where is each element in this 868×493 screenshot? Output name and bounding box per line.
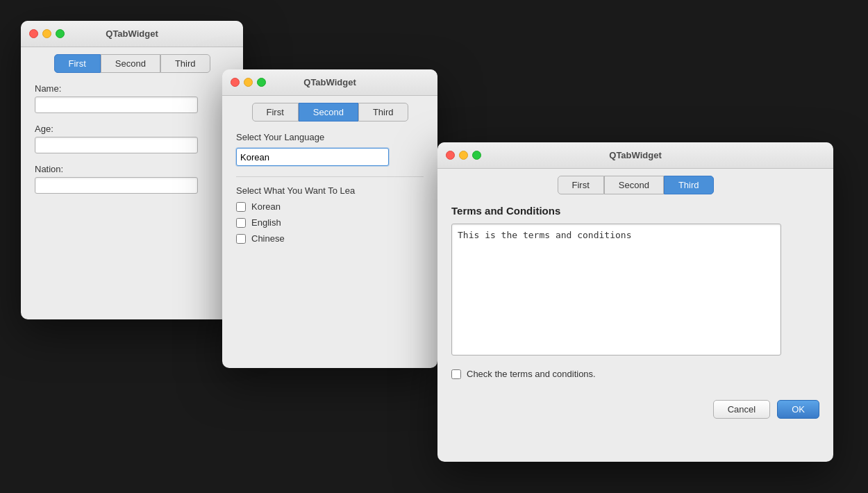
window-2: QTabWidget First Second Third Select You… (222, 69, 437, 368)
korean-checkbox-label[interactable]: Korean (236, 201, 424, 212)
english-checkbox[interactable] (236, 218, 246, 228)
checkbox-group: Select What You Want To Lea Korean Engli… (236, 185, 424, 244)
maximize-button-2[interactable] (257, 78, 266, 87)
tab-first-3[interactable]: First (558, 176, 604, 194)
tab-first-2[interactable]: First (252, 103, 299, 122)
window-1: QTabWidget First Second Third Name: Age:… (21, 21, 243, 319)
close-button-1[interactable] (29, 29, 38, 38)
chinese-label: Chinese (251, 233, 285, 244)
chinese-checkbox-label[interactable]: Chinese (236, 233, 424, 244)
terms-check-row: Check the terms and conditions. (451, 369, 819, 379)
traffic-lights-2 (231, 78, 266, 87)
tab-second-1[interactable]: Second (101, 54, 160, 73)
window-3-content: Terms and Conditions This is the terms a… (437, 194, 833, 429)
minimize-button-1[interactable] (42, 29, 51, 38)
window-title-3: QTabWidget (609, 150, 661, 160)
close-button-2[interactable] (231, 78, 240, 87)
tab-bar-3: First Second Third (437, 169, 833, 194)
terms-checkbox[interactable] (451, 369, 461, 379)
terms-section: Terms and Conditions This is the terms a… (451, 205, 819, 358)
name-input[interactable] (35, 97, 198, 113)
titlebar-2: QTabWidget (222, 69, 437, 96)
tab-second-3[interactable]: Second (604, 176, 664, 194)
window-1-content: Name: Age: Nation: (21, 73, 243, 215)
english-checkbox-label[interactable]: English (236, 217, 424, 228)
name-group: Name: (35, 83, 229, 113)
maximize-button-3[interactable] (472, 151, 481, 160)
terms-check-label: Check the terms and conditions. (467, 369, 596, 379)
minimize-button-3[interactable] (459, 151, 468, 160)
maximize-button-1[interactable] (56, 29, 65, 38)
language-section: Select Your Language (236, 132, 424, 166)
name-label: Name: (35, 83, 229, 94)
age-group: Age: (35, 124, 229, 153)
select-language-label: Select Your Language (236, 132, 424, 142)
minimize-button-2[interactable] (244, 78, 253, 87)
age-label: Age: (35, 124, 229, 134)
nation-label: Nation: (35, 164, 229, 174)
terms-textarea[interactable]: This is the terms and conditions (451, 224, 781, 356)
chinese-checkbox[interactable] (236, 234, 246, 244)
korean-checkbox[interactable] (236, 202, 246, 212)
korean-label: Korean (251, 201, 281, 212)
window-3: QTabWidget First Second Third Terms and … (437, 142, 833, 462)
dialog-buttons: Cancel OK (451, 393, 819, 419)
tab-third-2[interactable]: Third (358, 103, 408, 122)
tab-bar-1: First Second Third (21, 47, 243, 73)
window-title-2: QTabWidget (303, 77, 356, 87)
language-input[interactable] (236, 148, 389, 166)
english-label: English (251, 217, 281, 228)
tab-bar-2: First Second Third (222, 96, 437, 122)
divider (236, 176, 424, 177)
nation-input[interactable] (35, 177, 198, 194)
titlebar-3: QTabWidget (437, 142, 833, 169)
ok-button[interactable]: OK (777, 400, 819, 419)
tab-third-1[interactable]: Third (160, 54, 210, 73)
nation-group: Nation: (35, 164, 229, 194)
tab-second-2[interactable]: Second (299, 103, 358, 122)
window-title-1: QTabWidget (106, 28, 158, 39)
cancel-button[interactable]: Cancel (713, 400, 770, 419)
age-input[interactable] (35, 137, 198, 153)
titlebar-1: QTabWidget (21, 21, 243, 47)
close-button-3[interactable] (446, 151, 455, 160)
traffic-lights-1 (29, 29, 65, 38)
traffic-lights-3 (446, 151, 481, 160)
select-learn-label: Select What You Want To Lea (236, 185, 424, 196)
window-2-content: Select Your Language Select What You Wan… (222, 122, 437, 260)
tab-third-3[interactable]: Third (664, 176, 714, 194)
terms-title: Terms and Conditions (451, 205, 819, 217)
tab-first-1[interactable]: First (54, 54, 101, 73)
